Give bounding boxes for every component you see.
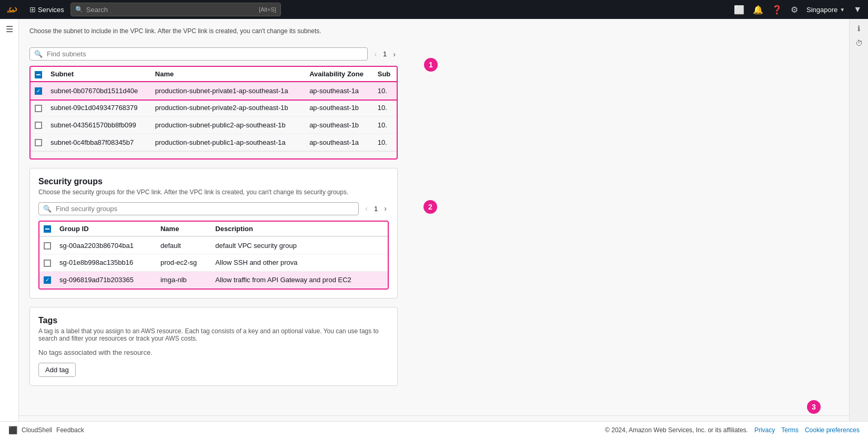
- subnet-sub-0: 10.: [374, 82, 397, 99]
- search-input[interactable]: [86, 6, 256, 14]
- bottom-spacer: [29, 394, 398, 405]
- subnet-checkbox-1[interactable]: [35, 105, 42, 112]
- subnet-table-header: Subnet Name Availability Zone Sub: [31, 67, 397, 82]
- cookie-link[interactable]: Cookie preferences: [805, 426, 860, 434]
- sg-search-wrap[interactable]: 🔍: [38, 202, 359, 215]
- grid-icon: ⊞: [29, 5, 36, 14]
- subnet-name-2: production-subnet-public2-ap-southeast-1…: [151, 116, 305, 134]
- sg-col-id: Group ID: [55, 222, 156, 237]
- sidebar-toggle: ☰: [0, 19, 19, 421]
- region-expand-icon: ▼: [840, 7, 845, 13]
- subnet-checkbox-2[interactable]: [35, 122, 42, 129]
- subnet-prev-btn[interactable]: ‹: [372, 50, 379, 58]
- sg-search-row: 🔍 ‹ 1 ›: [38, 202, 389, 215]
- sg-checkbox-0[interactable]: [44, 242, 51, 250]
- subnet-id-0: subnet-0b07670bd1511d40e: [46, 82, 151, 99]
- region-selector[interactable]: Singapore ▼: [806, 6, 845, 14]
- services-menu[interactable]: ⊞ Services: [29, 5, 64, 14]
- table-row[interactable]: subnet-043561570bb8fb099 production-subn…: [31, 116, 397, 134]
- sg-name-0: default: [156, 236, 211, 254]
- security-groups-section: 2 Security groups Choose the security gr…: [29, 168, 398, 298]
- subnet-search-wrap[interactable]: 🔍: [29, 47, 368, 61]
- settings-icon[interactable]: ⚙: [791, 5, 798, 15]
- subnet-search-input[interactable]: [47, 50, 363, 58]
- top-navigation: aws ⊞ Services 🔍 [Alt+S] ⬜ 🔔 ❓ ⚙ Singapo…: [0, 0, 868, 19]
- subnet-search-icon: 🔍: [34, 50, 43, 58]
- table-row[interactable]: subnet-0b07670bd1511d40e production-subn…: [31, 82, 397, 99]
- cloudshell-icon: ⬛: [8, 426, 17, 434]
- security-groups-title: Security groups: [38, 177, 389, 186]
- table-row[interactable]: sg-096819ad71b203365 imga-nlb Allow traf…: [39, 271, 388, 288]
- clock-icon[interactable]: ⏱: [855, 39, 863, 47]
- sg-next-btn[interactable]: ›: [382, 204, 389, 213]
- table-row[interactable]: sg-00aa2203b86704ba1 default default VPC…: [39, 236, 388, 254]
- subnet-next-btn[interactable]: ›: [391, 50, 398, 58]
- sg-desc-1: Allow SSH and other prova: [211, 254, 388, 271]
- subnet-checkbox-3[interactable]: [35, 139, 42, 146]
- sg-page-num: 1: [374, 205, 378, 213]
- sg-row-check-0[interactable]: [39, 236, 55, 254]
- help-icon[interactable]: ❓: [772, 5, 782, 15]
- subnet-az-3: ap-southeast-1a: [305, 134, 374, 151]
- no-tags-text: No tags associated with the resource.: [38, 349, 389, 356]
- terminal-icon[interactable]: ⬜: [734, 5, 744, 15]
- bell-icon[interactable]: 🔔: [753, 5, 763, 15]
- table-row[interactable]: subnet-09c1d049347768379 production-subn…: [31, 99, 397, 117]
- subnet-id-3: subnet-0c4fbba87f08345b7: [46, 134, 151, 151]
- add-tag-button[interactable]: Add tag: [38, 363, 76, 377]
- subnet-table: Subnet Name Availability Zone Sub: [31, 67, 397, 151]
- table-row[interactable]: sg-01e8b998ac135bb16 prod-ec2-sg Allow S…: [39, 254, 388, 271]
- badge-3: 3: [807, 400, 821, 414]
- subnet-pagination: ‹ 1 ›: [372, 50, 398, 58]
- services-label: Services: [38, 6, 64, 14]
- copyright-text: © 2024, Amazon Web Services, Inc. or its…: [605, 426, 748, 434]
- subnet-row-check-2[interactable]: [31, 116, 46, 134]
- privacy-link[interactable]: Privacy: [754, 426, 775, 434]
- main-content: Choose the subnet to include in the VPC …: [19, 19, 849, 421]
- subnet-checkbox-0[interactable]: [35, 87, 42, 95]
- sg-prev-btn[interactable]: ‹: [363, 204, 370, 213]
- sg-id-2: sg-096819ad71b203365: [55, 271, 156, 288]
- svg-text:aws: aws: [7, 9, 15, 14]
- sg-row-check-1[interactable]: [39, 254, 55, 271]
- sg-checkbox-2[interactable]: [44, 276, 51, 284]
- sg-name-2: imga-nlb: [156, 271, 211, 288]
- bottom-bar: ⬛ CloudShell Feedback © 2024, Amazon Web…: [0, 421, 868, 438]
- terms-link[interactable]: Terms: [781, 426, 799, 434]
- subnet-row-check-3[interactable]: [31, 134, 46, 151]
- cloudshell-label[interactable]: CloudShell: [22, 426, 52, 434]
- sg-search-input[interactable]: [56, 205, 354, 213]
- subnet-hscroll[interactable]: [31, 151, 397, 158]
- bottom-right: © 2024, Amazon Web Services, Inc. or its…: [605, 426, 860, 434]
- table-row[interactable]: subnet-0c4fbba87f08345b7 production-subn…: [31, 134, 397, 151]
- subnet-sub-3: 10.: [374, 134, 397, 151]
- info-icon[interactable]: ℹ: [857, 24, 860, 33]
- search-icon: 🔍: [75, 6, 83, 13]
- subnet-az-2: ap-southeast-1b: [305, 116, 374, 134]
- sg-id-0: sg-00aa2203b86704ba1: [55, 236, 156, 254]
- global-expand-icon[interactable]: ▼: [853, 5, 862, 14]
- sg-col-name: Name: [156, 222, 211, 237]
- right-panel: ℹ ⏱: [849, 19, 868, 421]
- search-shortcut: [Alt+S]: [259, 6, 276, 13]
- aws-logo[interactable]: aws: [6, 4, 23, 15]
- subnet-az-1: ap-southeast-1b: [305, 99, 374, 117]
- hamburger-icon[interactable]: ☰: [6, 24, 13, 34]
- sg-checkbox-1[interactable]: [44, 260, 51, 267]
- subnet-header-checkbox[interactable]: [35, 71, 42, 78]
- subnet-page-num: 1: [383, 50, 387, 58]
- feedback-label[interactable]: Feedback: [56, 426, 84, 434]
- sg-header-checkbox[interactable]: [44, 225, 51, 233]
- sg-id-1: sg-01e8b998ac135bb16: [55, 254, 156, 271]
- sg-search-icon: 🔍: [43, 205, 52, 213]
- subnet-name-3: production-subnet-public1-ap-southeast-1…: [151, 134, 305, 151]
- sg-row-check-2[interactable]: [39, 271, 55, 288]
- subnet-col-az: Availability Zone: [305, 67, 374, 82]
- subnet-select-all-header[interactable]: [31, 67, 46, 82]
- subnet-hint-text: Choose the subnet to include in the VPC …: [29, 27, 398, 35]
- subnet-row-check-1[interactable]: [31, 99, 46, 117]
- subnet-row-check-0[interactable]: [31, 82, 46, 99]
- sg-select-all-header[interactable]: [39, 222, 55, 237]
- subnet-col-id: Subnet: [46, 67, 151, 82]
- global-search[interactable]: 🔍 [Alt+S]: [70, 3, 281, 16]
